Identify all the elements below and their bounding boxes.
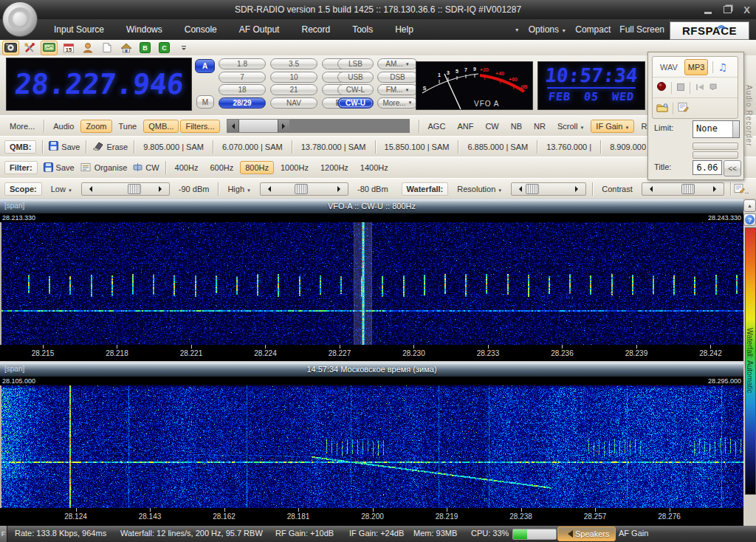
dsp-nr[interactable]: NR	[529, 120, 551, 133]
band-nav[interactable]: NAV	[270, 97, 317, 109]
contrast-slider[interactable]	[642, 182, 724, 196]
dsp-nb[interactable]: NB	[506, 120, 527, 133]
tab-zoom[interactable]: Zoom	[80, 120, 111, 133]
filter-mode-button[interactable]: CW	[130, 162, 162, 174]
mode-fm[interactable]: FM...▼	[377, 84, 418, 95]
resolution-dropdown[interactable]: Resolution▼	[452, 182, 507, 196]
resolution-slider[interactable]	[511, 182, 586, 196]
tab-tune[interactable]: Tune	[114, 120, 142, 133]
mode-lsb[interactable]: LSB	[337, 58, 374, 69]
calendar-icon[interactable]: 15	[60, 41, 77, 55]
slider-thumb[interactable]	[526, 184, 539, 194]
waterfall-top-canvas[interactable]	[0, 222, 743, 345]
slider-thumb[interactable]	[295, 184, 308, 194]
contacts-icon[interactable]	[79, 41, 96, 55]
scroll-right-icon[interactable]	[278, 120, 289, 132]
monitor-icon[interactable]	[708, 81, 718, 95]
recorder-options-button[interactable]	[678, 102, 689, 115]
scrollbar-thumb[interactable]	[238, 120, 278, 132]
dsp-anf[interactable]: ANF	[452, 120, 478, 133]
minimize-icon[interactable]	[704, 12, 712, 14]
stop-icon[interactable]	[676, 81, 685, 95]
menu-windows[interactable]: Windows	[115, 19, 173, 40]
band-10[interactable]: 10	[270, 72, 317, 83]
band-18[interactable]: 18	[219, 84, 266, 95]
filter-width-1000hz[interactable]: 1000Hz	[275, 161, 314, 174]
slider-left-icon[interactable]	[82, 186, 92, 192]
menu-console[interactable]: Console	[173, 19, 228, 40]
app-orb-button[interactable]	[2, 1, 38, 37]
mode-cw-u[interactable]: CW-U	[337, 97, 374, 109]
scope-high-slider[interactable]	[260, 182, 348, 196]
toolbar-options-icon[interactable]	[175, 41, 192, 55]
menu-tools[interactable]: Tools	[341, 19, 384, 40]
skip-back-icon[interactable]	[695, 81, 705, 95]
af-gain-label[interactable]: AF Gain	[619, 529, 648, 538]
mode-usb[interactable]: USB	[337, 72, 374, 83]
band-1-8[interactable]: 1.8	[219, 58, 266, 69]
qmb-memory-button[interactable]: 13.760.000 |	[540, 141, 597, 153]
waterfall-options-button[interactable]: ..	[734, 183, 749, 195]
collapse-up-button[interactable]: ▲	[743, 199, 756, 212]
scope-low-dropdown[interactable]: Low▼	[46, 182, 78, 196]
memory-button[interactable]: M	[196, 95, 214, 109]
dsp-scroll[interactable]: Scroll▼	[552, 120, 589, 133]
frequency-display[interactable]: 28.227.946	[6, 58, 192, 111]
radio-settings-icon[interactable]	[2, 41, 19, 55]
console-b-icon[interactable]: B	[137, 41, 154, 55]
scroll-left-icon[interactable]	[227, 120, 238, 132]
filter-save-button[interactable]: Save	[41, 162, 78, 174]
mode-cw-l[interactable]: CW-L	[337, 84, 374, 95]
band-3-5[interactable]: 3.5	[270, 58, 317, 69]
span-label[interactable]: [span]	[4, 365, 24, 373]
filter-organise-button[interactable]: Organise	[78, 162, 131, 174]
scope-high-dropdown[interactable]: High▼	[222, 182, 256, 196]
more-button[interactable]: More...	[4, 120, 40, 133]
qmb-memory-button[interactable]: 6.070.000 | SAM	[216, 141, 289, 153]
display-icon[interactable]	[41, 41, 58, 55]
slider-left-icon[interactable]	[642, 186, 653, 192]
filter-width-600hz[interactable]: 600Hz	[205, 161, 238, 174]
frequency-scrollbar[interactable]	[227, 119, 410, 133]
menu-input-source[interactable]: Input Source	[43, 19, 115, 40]
home-icon[interactable]	[117, 41, 134, 55]
filter-width-1400hz[interactable]: 1400Hz	[355, 161, 394, 174]
tools-icon[interactable]	[21, 41, 38, 55]
restore-icon[interactable]	[724, 6, 732, 13]
menu-record[interactable]: Record	[290, 19, 341, 40]
audio-recorder-tab[interactable]: Audio Recorder	[743, 53, 755, 179]
menu-options[interactable]: Options ▼	[529, 24, 567, 35]
console-c-icon[interactable]: C	[156, 41, 173, 55]
dsp-cw[interactable]: CW	[480, 120, 504, 133]
tab-qmb[interactable]: QMB...	[143, 120, 179, 133]
slider-thumb[interactable]	[128, 184, 141, 194]
limit-select[interactable]: None	[693, 120, 740, 138]
qmb-erase-button[interactable]: Erase	[89, 141, 131, 152]
menu-fullscreen[interactable]: Full Screen	[619, 24, 664, 35]
dsp-if-gain[interactable]: IF Gain▼	[591, 120, 634, 133]
slider-left-icon[interactable]	[512, 186, 522, 192]
chevron-down-icon[interactable]: ▼	[515, 27, 520, 32]
qmb-memory-button[interactable]: 13.780.000 | SAM	[295, 141, 372, 153]
filter-width-400hz[interactable]: 400Hz	[170, 161, 204, 174]
help-button[interactable]: ?	[743, 213, 756, 226]
span-label[interactable]: [span]	[4, 202, 24, 210]
title-input[interactable]: 6.06	[693, 160, 722, 175]
menu-help[interactable]: Help	[384, 19, 425, 40]
waterfall-bottom-canvas[interactable]	[0, 385, 743, 508]
status-edge-tab[interactable]: F	[0, 526, 7, 542]
qmb-memory-button[interactable]: 9.805.000 | SAM	[137, 141, 210, 153]
qmb-memory-button[interactable]: 6.885.000 | SAM	[461, 141, 534, 153]
scope-low-slider[interactable]	[81, 182, 170, 196]
open-folder-button[interactable]	[656, 102, 668, 115]
mp3-format-button[interactable]: MP3	[684, 59, 709, 75]
band-7[interactable]: 7	[219, 72, 266, 83]
speakers-button[interactable]: Speakers	[557, 526, 616, 541]
mode-more[interactable]: More...▼	[377, 97, 418, 109]
qmb-memory-button[interactable]: 15.850.100 | SAM	[379, 141, 456, 153]
band-21[interactable]: 21	[270, 84, 317, 95]
dsp-agc[interactable]: AGC	[423, 120, 451, 133]
close-icon[interactable]: X	[743, 4, 750, 16]
slider-right-icon[interactable]	[575, 186, 585, 192]
qmb-save-button[interactable]: Save	[46, 141, 83, 152]
